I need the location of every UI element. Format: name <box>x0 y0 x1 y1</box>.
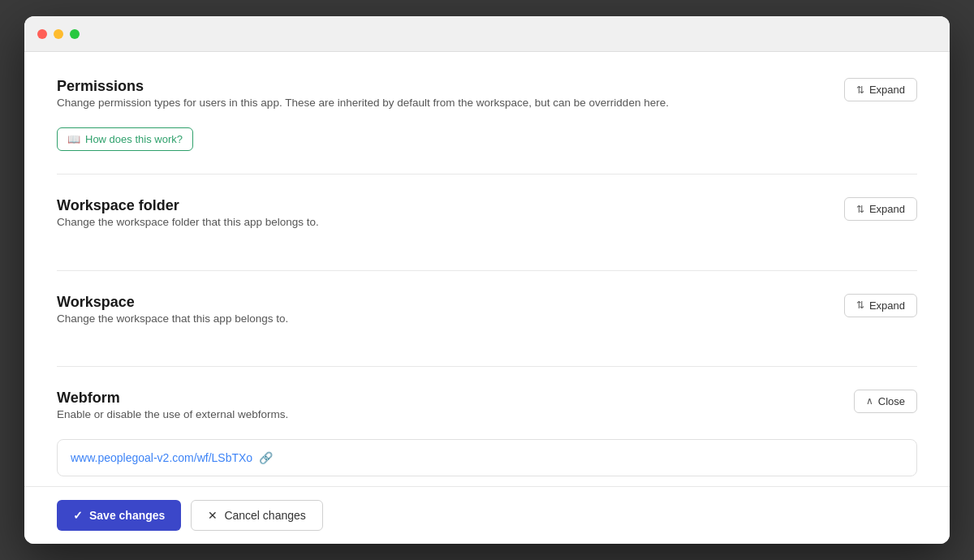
checkmark-icon: ✓ <box>73 509 83 522</box>
webform-url-box: www.peoplegoal-v2.com/wf/LSbTXo 🔗 <box>57 439 917 476</box>
close-button[interactable] <box>37 29 47 39</box>
clipboard-icon: 🔗 <box>259 451 273 464</box>
workspace-header: Workspace Change the workspace that this… <box>57 294 917 337</box>
workspace-folder-description: Change the workspace folder that this ap… <box>57 214 319 230</box>
webform-description: Enable or disable the use of external we… <box>57 407 288 423</box>
expand-icon-2: ⇅ <box>856 204 864 215</box>
workspace-title-group: Workspace Change the workspace that this… <box>57 294 288 337</box>
expand-icon-3: ⇅ <box>856 299 864 311</box>
workspace-folder-section: Workspace folder Change the workspace fo… <box>57 197 917 270</box>
webform-url-link[interactable]: www.peoplegoal-v2.com/wf/LSbTXo <box>71 451 252 464</box>
maximize-button[interactable] <box>70 29 80 39</box>
permissions-description: Change permission types for users in thi… <box>57 95 669 111</box>
workspace-expand-button[interactable]: ⇅ Expand <box>844 294 917 317</box>
permissions-title-group: Permissions Change permission types for … <box>57 78 669 121</box>
permissions-expand-label: Expand <box>869 84 905 96</box>
chevron-up-icon: ∧ <box>866 395 873 407</box>
bottom-action-bar: ✓ Save changes ✕ Cancel changes <box>24 486 950 544</box>
how-link-label: How does this work? <box>85 133 183 145</box>
main-content: Permissions Change permission types for … <box>24 52 950 544</box>
workspace-folder-title-group: Workspace folder Change the workspace fo… <box>57 197 319 240</box>
workspace-folder-title: Workspace folder <box>57 197 319 214</box>
webform-title: Webform <box>57 390 288 407</box>
app-window: Permissions Change permission types for … <box>24 16 950 544</box>
workspace-folder-header: Workspace folder Change the workspace fo… <box>57 197 917 240</box>
webform-title-group: Webform Enable or disable the use of ext… <box>57 390 288 433</box>
titlebar <box>24 16 950 52</box>
workspace-folder-expand-button[interactable]: ⇅ Expand <box>844 197 917 221</box>
workspace-expand-label: Expand <box>869 299 905 312</box>
x-icon: ✕ <box>208 509 218 522</box>
webform-header: Webform Enable or disable the use of ext… <box>57 390 917 433</box>
workspace-title: Workspace <box>57 294 288 311</box>
permissions-header: Permissions Change permission types for … <box>57 78 917 121</box>
workspace-folder-expand-label: Expand <box>869 203 905 215</box>
how-does-this-work-link[interactable]: 📖 How does this work? <box>57 127 193 151</box>
permissions-expand-button[interactable]: ⇅ Expand <box>844 78 917 101</box>
save-label: Save changes <box>89 509 165 522</box>
permissions-section: Permissions Change permission types for … <box>57 78 917 174</box>
workspace-description: Change the workspace that this app belon… <box>57 311 288 327</box>
minimize-button[interactable] <box>54 29 63 39</box>
expand-icon: ⇅ <box>856 84 864 96</box>
book-icon: 📖 <box>67 133 80 145</box>
cancel-label: Cancel changes <box>224 509 305 522</box>
permissions-title: Permissions <box>57 78 669 95</box>
webform-close-label: Close <box>878 395 905 407</box>
workspace-section: Workspace Change the workspace that this… <box>57 294 917 367</box>
save-changes-button[interactable]: ✓ Save changes <box>57 500 181 531</box>
webform-close-button[interactable]: ∧ Close <box>854 390 917 413</box>
cancel-changes-button[interactable]: ✕ Cancel changes <box>191 500 322 531</box>
